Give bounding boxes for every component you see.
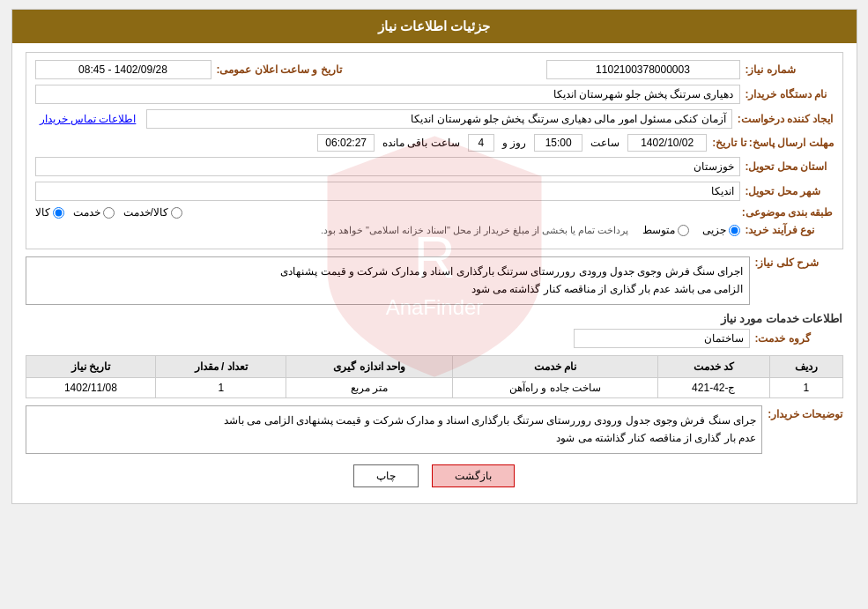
unit: متر مربع bbox=[286, 377, 453, 397]
process-option-jozii[interactable]: جزیی bbox=[702, 224, 740, 236]
category-label: طبقه بندی موضوعی: bbox=[742, 206, 834, 219]
category-radio-group: کالا/خدمت خدمت کالا bbox=[35, 206, 737, 219]
col-date: تاریخ نیاز bbox=[26, 355, 156, 377]
back-button[interactable]: بازگشت bbox=[432, 464, 515, 487]
print-button[interactable]: چاپ bbox=[353, 464, 419, 487]
group-value: ساختمان bbox=[574, 329, 750, 348]
table-row: 1 ج-42-421 ساخت جاده و راه‌آهن متر مربع … bbox=[26, 377, 842, 397]
process-label: نوع فرآیند خرید: bbox=[746, 224, 834, 236]
page-header: جزئیات اطلاعات نیاز bbox=[12, 10, 857, 43]
pub-datetime-label: تاریخ و ساعت اعلان عمومی: bbox=[217, 63, 342, 76]
remaining-label: ساعت باقی مانده bbox=[382, 137, 460, 149]
row-num: 1 bbox=[770, 377, 843, 397]
need-desc-text1: اجرای سنگ فرش وجوی جدول ورودی روررستای س… bbox=[32, 263, 744, 280]
need-description-box: اجرای سنگ فرش وجوی جدول ورودی روررستای س… bbox=[26, 256, 750, 305]
day-label: روز و bbox=[502, 137, 526, 149]
col-row-num: ردیف bbox=[770, 355, 843, 377]
category-option-kala[interactable]: کالا bbox=[35, 206, 64, 219]
time-value: 15:00 bbox=[534, 134, 582, 152]
date-value: 1402/10/02 bbox=[627, 134, 707, 152]
category-option-khedmat[interactable]: خدمت bbox=[73, 206, 115, 219]
process-option-motavasset[interactable]: متوسط bbox=[642, 224, 689, 236]
service-section-title: اطلاعات خدمات مورد نیاز bbox=[26, 312, 843, 325]
pub-datetime-value: 1402/09/28 - 08:45 bbox=[35, 60, 211, 79]
need-desc-text2: الزامی می باشد عدم بار گذاری از مناقصه ک… bbox=[32, 280, 744, 298]
service-table-section: ردیف کد خدمت نام خدمت واحد اندازه گیری ت… bbox=[26, 355, 843, 398]
time-label: ساعت bbox=[590, 137, 619, 149]
buyer-desc-text1: جرای سنگ فرش وجوی جدول ورودی روررستای سر… bbox=[32, 412, 757, 429]
need-date: 1402/11/08 bbox=[26, 377, 156, 397]
need-number-label: شماره نیاز: bbox=[746, 63, 834, 76]
buyer-desc-label: توضیحات خریدار: bbox=[768, 405, 842, 420]
quantity: 1 bbox=[156, 377, 286, 397]
org-name-label: نام دستگاه خریدار: bbox=[746, 88, 834, 100]
group-label: گروه خدمت: bbox=[755, 332, 843, 345]
contact-label[interactable]: اطلاعات تماس خریدار bbox=[35, 113, 141, 125]
category-option-kala-khedmat[interactable]: کالا/خدمت bbox=[123, 206, 182, 219]
buyer-desc-text2: عدم بار گذاری از مناقصه کنار گذاشته می ش… bbox=[32, 429, 757, 447]
city-label: شهر محل تحویل: bbox=[746, 185, 834, 197]
city-value: اندیکا bbox=[35, 182, 740, 201]
buyer-desc-box: جرای سنگ فرش وجوی جدول ورودی روررستای سر… bbox=[26, 405, 763, 454]
province-value: خوزستان bbox=[35, 157, 740, 176]
service-table: ردیف کد خدمت نام خدمت واحد اندازه گیری ت… bbox=[26, 355, 843, 398]
service-code: ج-42-421 bbox=[657, 377, 769, 397]
creator-value: آزمان کنکی مسئول امور مالی دهیاری سرتنگ … bbox=[146, 109, 732, 129]
col-service-name: نام خدمت bbox=[453, 355, 657, 377]
process-note: پرداخت تمام یا بخشی از مبلغ خریدار از مح… bbox=[321, 225, 629, 236]
province-label: استان محل تحویل: bbox=[746, 160, 834, 173]
col-service-code: کد خدمت bbox=[657, 355, 769, 377]
process-radio-group: جزیی متوسط پرداخت تمام یا بخشی از مبلغ خ… bbox=[35, 224, 740, 236]
org-name-value: دهیاری سرتنگ پخش جلو شهرستان اندیکا bbox=[35, 85, 740, 104]
response-deadline-label: مهلت ارسال پاسخ: تا تاریخ: bbox=[712, 137, 833, 149]
col-quantity: تعداد / مقدار bbox=[156, 355, 286, 377]
page-title: جزئیات اطلاعات نیاز bbox=[378, 19, 490, 33]
need-desc-label: شرح کلی نیاز: bbox=[755, 256, 843, 269]
service-name: ساخت جاده و راه‌آهن bbox=[453, 377, 657, 397]
day-value: 4 bbox=[468, 134, 494, 152]
creator-label: ایجاد کننده درخواست: bbox=[738, 113, 834, 125]
col-unit: واحد اندازه گیری bbox=[286, 355, 453, 377]
need-number-value: 1102100378000003 bbox=[546, 60, 740, 79]
remaining-value: 06:02:27 bbox=[317, 134, 375, 152]
